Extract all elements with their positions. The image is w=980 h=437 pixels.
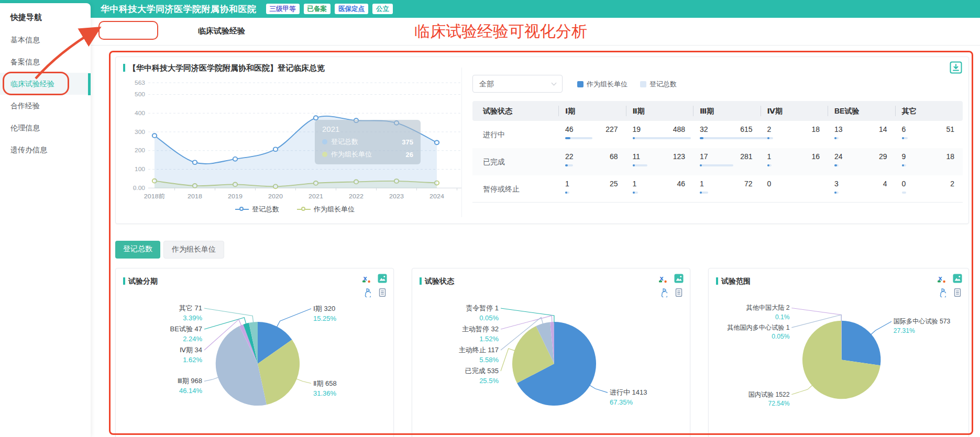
mini-bar [902,192,906,194]
table-cell: 19488 [626,121,694,148]
table-column-header: Ⅲ期 [693,101,761,121]
breadcrumb-bar: 临床试验经验 临床试验经验可视化分析 [91,18,980,46]
pie-view-icon[interactable] [361,288,371,297]
tooltip-rows: 登记总数375作为组长单位26 [322,137,413,159]
row-status-label: 暂停或终止 [472,175,559,203]
tooltip-year: 2021 [322,125,413,133]
table-column-header: Ⅱ期 [626,101,694,121]
active-item-indicator [88,73,91,95]
mini-bar [633,192,638,194]
table-cell: 0 [761,175,829,203]
hospital-name: 华中科技大学同济医学院附属协和医院 [101,3,257,15]
mini-bar [834,164,839,166]
series-dot-icon [322,139,327,144]
list-view-icon[interactable] [674,288,684,297]
tab-registered-total[interactable]: 登记总数 [115,241,160,259]
legend-item[interactable]: 作为组长单位 [297,205,355,214]
svg-text:46.14%: 46.14% [179,387,203,395]
svg-text:5.58%: 5.58% [479,356,499,364]
status-filter-select[interactable]: 全部 [472,75,563,93]
tooltip-series-value: 375 [402,138,413,146]
table-column-header: 试验状态 [472,101,559,121]
table-cell: 651 [896,121,963,148]
svg-text:2023: 2023 [389,193,404,199]
image-export-icon[interactable] [378,274,387,283]
svg-text:25.5%: 25.5% [479,377,499,385]
svg-text:2022: 2022 [349,193,364,199]
chevron-down-icon [552,81,557,86]
hospital-badge: 公立 [372,4,393,14]
svg-text:主动暂停 32: 主动暂停 32 [462,325,499,333]
legend-line-icon [297,209,311,210]
svg-text:Ⅲ期 968: Ⅲ期 968 [178,377,202,385]
registered-total-count: 72 [744,180,753,188]
table-column-header: Ⅰ期 [559,101,626,121]
tab-lead-unit[interactable]: 作为组长单位 [163,241,224,259]
sidebar-item-basic-info[interactable]: 基本信息 [0,29,91,51]
sidebar-item-cooperation-experience[interactable]: 合作经验 [0,95,91,117]
excel-export-icon[interactable]: x [658,274,667,283]
excel-export-icon[interactable]: x [361,274,371,283]
panel-title: 试验状态 [420,277,454,286]
pie-slice-国际多中心试验[interactable] [842,321,881,366]
svg-text:国内试验 1522: 国内试验 1522 [748,391,790,398]
lead-unit-count: 11 [633,152,641,161]
lead-unit-count: 9 [902,152,906,161]
table-cell: 46227 [559,121,626,148]
breadcrumb[interactable]: 临床试验经验 [198,26,245,36]
mini-bar [633,164,647,166]
excel-export-icon[interactable]: x [937,274,946,283]
pie-view-icon[interactable] [658,288,667,297]
svg-text:400: 400 [135,110,145,116]
trial-phase-panel: 试验分期 x Ⅰ期 32015.25%Ⅱ期 65831.36%其它 713.39… [115,268,394,437]
svg-text:国际多中心试验 573: 国际多中心试验 573 [894,318,951,325]
registered-total-count: 29 [879,152,887,161]
legend-item[interactable]: 登记总数 [235,205,279,214]
trial-status-panel: 试验状态 x 进行中 141367.35%责令暂停 10.05%主动暂停 321… [412,268,690,437]
table-cell: 146 [626,175,694,203]
svg-text:主动终止 117: 主动终止 117 [459,346,499,354]
mini-bar [565,192,569,194]
registered-total-count: 227 [605,125,618,133]
lead-unit-count: 1 [767,152,772,161]
table-cell: 32615 [693,121,761,148]
svg-text:31.36%: 31.36% [313,389,337,397]
lead-unit-count: 0 [767,180,772,188]
legend-label: 作为组长单位 [587,80,627,89]
sidebar-item-ethics-info[interactable]: 伦理信息 [0,117,91,139]
mini-bar [834,137,839,139]
svg-text:1.62%: 1.62% [183,356,202,364]
list-view-icon[interactable] [953,288,962,297]
lead-unit-count: 1 [565,180,569,188]
mini-bar [834,192,839,194]
series-dot-icon [322,152,327,157]
table-cell: 116 [761,148,829,175]
lead-unit-count: 19 [633,125,641,133]
trial-scope-panel: 试验范围 x 国际多中心试验 57327.31%其他中国大陆 20.1%其他国内… [708,268,969,437]
sidebar-item-genetics-office-info[interactable]: 遗传办信息 [0,139,91,161]
svg-text:500: 500 [135,92,145,98]
overview-right-section: 全部 作为组长单位登记总数 试验状态Ⅰ期Ⅱ期Ⅲ期Ⅳ期BE试验其它进行中46227… [461,68,967,217]
pie-view-icon[interactable] [937,288,946,297]
mini-bar [767,137,772,139]
table-row: 进行中4622719488326152181314651 [472,121,963,148]
list-view-icon[interactable] [378,288,387,297]
image-export-icon[interactable] [674,274,684,283]
lead-unit-count: 1 [700,180,704,188]
hospital-badges: 三级甲等已备案医保定点公立 [262,4,393,14]
sidebar-item-record-info[interactable]: 备案信息 [0,51,91,73]
mini-bar [767,164,772,166]
table-row: 暂停或终止12514617203402 [472,175,963,203]
sidebar-item-clinical-trial-experience[interactable]: 临床试验经验 [0,73,91,95]
tooltip-series-name: 登记总数 [331,137,358,147]
tooltip-row: 登记总数375 [322,137,413,147]
image-export-icon[interactable] [953,274,962,283]
svg-text:100: 100 [135,166,145,173]
overview-table: 试验状态Ⅰ期Ⅱ期Ⅲ期Ⅳ期BE试验其它进行中4622719488326152181… [472,101,963,203]
svg-text:0.00: 0.00 [133,185,145,191]
row-status-label: 已完成 [472,148,559,175]
mini-bar [700,164,733,166]
sidebar-items: 基本信息备案信息临床试验经验合作经验伦理信息遗传办信息 [0,29,91,161]
table-column-header: BE试验 [828,101,896,121]
registered-total-count: 123 [673,152,685,161]
